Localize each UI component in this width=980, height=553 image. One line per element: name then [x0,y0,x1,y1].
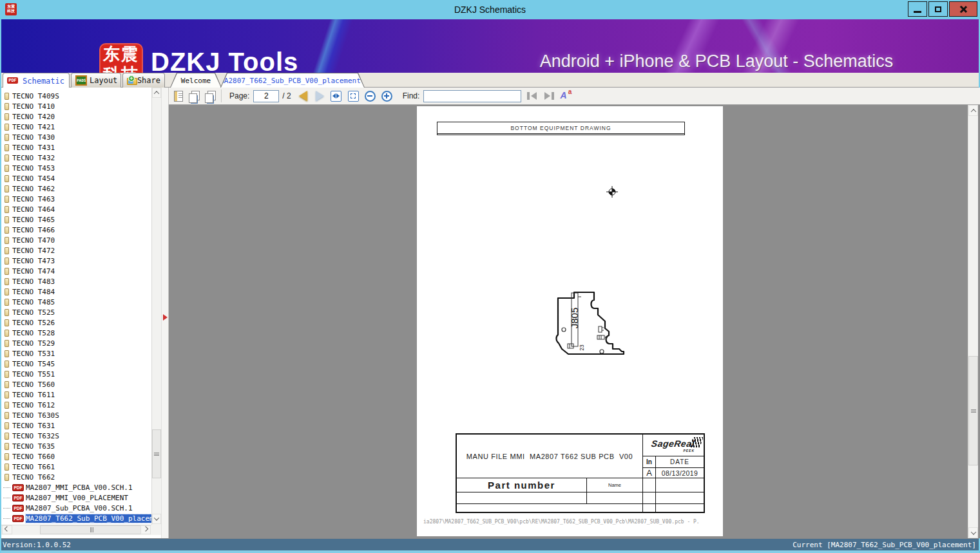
tree-item-folder[interactable]: TECNO T474 [1,266,151,276]
tree-item-folder[interactable]: TECNO T430 [1,132,151,142]
tree-item-folder[interactable]: TECNO T432 [1,153,151,163]
source-file-path: ia2807\MA2807_T662_SUB_PCB_V00\pcb\RE\MA… [423,519,720,525]
pdf-page[interactable]: BOTTOM EQUIPMENT DRAWING [417,106,723,536]
tree-item-label: TECNO T430 [12,133,55,142]
zoom-out-button[interactable] [365,91,376,102]
tree-item-folder[interactable]: TECNO T545 [1,359,151,369]
tree-item-folder[interactable]: TECNO T473 [1,256,151,266]
minimize-button[interactable] [908,1,927,17]
tree-item-folder[interactable]: TECNO T483 [1,276,151,286]
tree-item-folder[interactable]: TECNO T660 [1,451,151,462]
scrollbar-thumb[interactable] [152,429,161,478]
viewer-vertical-scrollbar[interactable] [968,105,978,538]
tab-label: Share [137,76,160,85]
tree-item-label: MA2807_T662_Sub_PCB_V00_placement [26,514,151,523]
tree-item-folder[interactable]: TECNO T531 [1,348,151,359]
collapse-panel-icon[interactable] [163,314,168,321]
tree-item-folder[interactable]: TECNO T528 [1,328,151,338]
tab-schematic[interactable]: PDF Schematic [3,73,70,88]
match-case-button[interactable]: Aa [560,90,572,102]
tree-item-folder[interactable]: TECNO T525 [1,307,151,317]
next-page-button[interactable] [316,91,324,101]
tree-item-folder[interactable]: TECNO T611 [1,389,151,400]
tree-item-folder[interactable]: TECNO T612 [1,400,151,410]
page-number-input[interactable] [253,90,279,102]
sidebar-horizontal-scrollbar[interactable] [1,525,151,535]
scrollbar-thumb[interactable] [968,356,978,465]
folder-icon [5,134,9,141]
tree-item-label: TECNO T631 [12,422,55,430]
tree-item-folder[interactable]: TECNO T463 [1,194,151,204]
close-button[interactable] [949,1,977,17]
zoom-in-button[interactable] [381,91,392,102]
copy-text-button[interactable] [174,91,183,102]
tree-item-file[interactable]: PDF MA2807_MMI_V00_PLACEMENT [1,492,151,503]
scrollbar-thumb[interactable] [40,525,143,534]
tree-item-folder[interactable]: TECNO T420 [1,111,151,122]
tab-layout[interactable]: PADS Layout [71,73,121,88]
folder-icon [5,361,9,368]
tab-label: Welcome [181,77,211,85]
tree-item-label: TECNO T472 [12,247,55,255]
copy-page-button[interactable] [205,91,215,102]
sidebar-vertical-scrollbar[interactable] [151,88,161,525]
tree-item-label: TECNO T525 [12,308,55,317]
panel-splitter[interactable] [161,88,169,538]
find-input[interactable] [423,90,521,102]
tab-welcome[interactable]: Welcome [170,73,222,88]
tree-item-label: TECNO T545 [12,360,55,368]
tree-item-folder[interactable]: TECNO T470 [1,235,151,245]
previous-page-button[interactable] [299,91,307,101]
tree-item-file[interactable]: PDF MA2807_Sub_PCBA_V00.SCH.1 [1,503,151,513]
folder-icon [5,402,9,409]
scroll-up-button[interactable] [152,88,161,98]
scroll-up-button[interactable] [968,105,978,116]
tree-item-folder[interactable]: TECNO T453 [1,163,151,173]
tree-item-folder[interactable]: TECNO T630S [1,410,151,420]
tree-item-label: TECNO T466 [12,226,55,234]
snapshot-button[interactable] [189,91,199,102]
tree-item-folder[interactable]: TECNO T661 [1,462,151,472]
maximize-button[interactable] [928,1,948,17]
tree-item-folder[interactable]: TECNO T431 [1,142,151,153]
scroll-left-button[interactable] [2,525,12,534]
fit-width-button[interactable] [331,91,341,102]
tree-item-folder[interactable]: TECNO T464 [1,204,151,214]
tree-item-folder[interactable]: TECNO T472 [1,245,151,256]
tree-item-folder[interactable]: TECNO T484 [1,286,151,297]
tree-item-file[interactable]: PDF MA2807_MMI_PCBA_V00.SCH.1 [1,482,151,492]
tree-item-folder[interactable]: TECNO T466 [1,225,151,235]
tab-share[interactable]: + Share [122,73,165,88]
tree-item-folder[interactable]: TECNO T485 [1,297,151,307]
pdf-icon: PDF [12,505,24,512]
tree-item-folder[interactable]: TECNO T421 [1,122,151,132]
tree-item-folder[interactable]: TECNO T526 [1,317,151,328]
tree-item-folder[interactable]: TECNO T662 [1,472,151,482]
scroll-down-button[interactable] [968,527,978,538]
fit-page-button[interactable] [348,91,359,102]
pdf-viewer[interactable]: BOTTOM EQUIPMENT DRAWING [169,105,980,538]
tree-item-folder[interactable]: TECNO T635 [1,441,151,451]
scroll-right-button[interactable] [140,525,151,534]
tree-item-folder[interactable]: TECNO T529 [1,338,151,348]
folder-icon [5,227,9,234]
tree-item-folder[interactable]: TECNO T631 [1,420,151,431]
tree-item-label: TECNO T431 [12,144,55,152]
tree-item-folder[interactable]: TECNO T632S [1,431,151,441]
scroll-down-button[interactable] [152,514,161,524]
tree-item-folder[interactable]: TECNO T560 [1,379,151,389]
close-tab-icon[interactable] [364,77,365,85]
tree-item-folder[interactable]: TECNO T465 [1,214,151,225]
tree-item-folder[interactable]: TECNO T462 [1,183,151,194]
tab-document-active[interactable]: MA2807_T662_Sub_PCB_V00_placement [220,73,365,88]
tree-item-folder[interactable]: TECNO T551 [1,369,151,379]
tree-item-folder[interactable]: TECNO T409S [1,91,151,101]
find-previous-button[interactable] [526,91,538,100]
tree-item-folder[interactable]: TECNO T410 [1,101,151,111]
tree-item-folder[interactable]: TECNO T454 [1,173,151,183]
tree-item-file[interactable]: PDF MA2807_T662_Sub_PCB_V00_placement [1,513,151,523]
tree-item-label: TECNO T463 [12,195,55,203]
tree-item-label: TECNO T473 [12,257,55,265]
tree-branch [3,498,10,498]
find-next-button[interactable] [543,91,555,100]
